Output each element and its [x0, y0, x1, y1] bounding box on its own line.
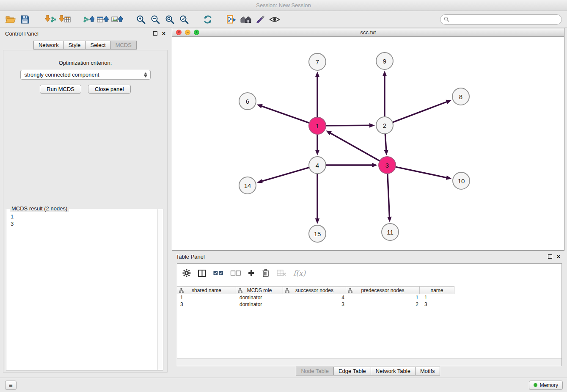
apply-layout-icon[interactable] — [224, 13, 239, 26]
cell-mcds-role[interactable]: dominator — [237, 295, 284, 301]
add-row-icon[interactable] — [248, 270, 255, 276]
tab-motifs[interactable]: Motifs — [415, 367, 440, 375]
tab-node-table[interactable]: Node Table — [296, 367, 334, 375]
table-row[interactable]: 1 dominator 4 1 1 — [177, 294, 561, 301]
criterion-dropdown[interactable]: strongly connected component — [20, 70, 151, 80]
memory-button[interactable]: Memory — [529, 381, 563, 390]
tab-edge-table[interactable]: Edge Table — [333, 367, 371, 375]
graph-edge-2-3[interactable] — [385, 134, 386, 150]
deselect-all-columns-icon[interactable] — [231, 271, 241, 276]
save-session-glyph — [20, 14, 30, 25]
delete-table-icon[interactable] — [277, 270, 286, 276]
graph-edge-3-10[interactable] — [396, 167, 446, 177]
table-panel-title: Table Panel — [176, 254, 548, 260]
graph-edge-1-6[interactable] — [262, 106, 309, 123]
cell-successor-nodes[interactable]: 3 — [284, 301, 347, 307]
control-panel-float-icon[interactable] — [153, 31, 157, 36]
memory-status-icon — [534, 383, 537, 387]
tab-network-table[interactable]: Network Table — [371, 367, 416, 375]
graph-edge-2-8[interactable] — [393, 102, 447, 122]
graph-node-label: 2 — [383, 122, 386, 129]
cell-shared-name[interactable]: 3 — [177, 301, 237, 307]
graph-node-label: 15 — [314, 230, 321, 237]
zoom-in-icon[interactable] — [134, 13, 148, 26]
fit-content-icon[interactable] — [162, 13, 177, 26]
cell-successor-nodes[interactable]: 4 — [284, 295, 347, 301]
run-mcds-button[interactable]: Run MCDS — [40, 85, 81, 94]
column-header-successor-nodes[interactable]: successor nodes — [283, 286, 346, 294]
style-brush-glyph — [255, 14, 265, 25]
tab-network[interactable]: Network — [33, 41, 64, 50]
zoom-out-icon[interactable] — [148, 13, 162, 26]
window-minimize-icon[interactable]: − — [185, 30, 190, 35]
mcds-buttons-row: Run MCDS Close panel — [3, 85, 167, 94]
table-panel: Table Panel × — [172, 252, 564, 376]
graph-edge-4-14[interactable] — [262, 168, 309, 181]
export-image-icon[interactable] — [110, 13, 124, 26]
settings-gear-icon[interactable] — [182, 269, 191, 277]
save-session-icon[interactable] — [18, 13, 32, 26]
show-hide-eye-icon[interactable] — [267, 13, 282, 26]
table-horizontal-scrollbar[interactable] — [177, 358, 561, 366]
export-table-glyph — [97, 14, 109, 25]
column-header-shared-name[interactable]: shared name — [177, 286, 236, 294]
import-network-icon[interactable] — [43, 13, 58, 26]
column-header-mcds-role[interactable]: MCDS role — [236, 286, 283, 294]
graph-edge-arrowhead — [387, 217, 391, 222]
column-header-label: successor nodes — [295, 287, 333, 293]
home-icon[interactable] — [239, 13, 253, 26]
export-network-glyph — [83, 14, 94, 25]
task-history-button[interactable]: ≡ — [5, 381, 17, 390]
column-header-predecessor-nodes[interactable]: predecessor nodes — [346, 286, 420, 294]
column-edit-icon — [179, 288, 184, 293]
control-panel: Control Panel × Network Style Select MCD… — [1, 29, 170, 375]
cell-mcds-role[interactable]: dominator — [237, 301, 284, 307]
tab-select[interactable]: Select — [85, 41, 111, 50]
graph-node-label: 10 — [458, 177, 465, 185]
graph-node-label: 4 — [316, 162, 319, 169]
refresh-icon[interactable] — [201, 13, 215, 26]
graph-node-label: 6 — [246, 98, 249, 105]
cell-shared-name[interactable]: 1 — [177, 295, 237, 301]
export-network-icon[interactable] — [81, 13, 96, 26]
cell-predecessor-nodes[interactable]: 2 — [347, 301, 421, 307]
graph-edge-3-11[interactable] — [388, 174, 389, 217]
select-all-columns-icon[interactable] — [213, 271, 223, 276]
graph-edge-3-1[interactable] — [330, 133, 379, 161]
search-box[interactable] — [440, 14, 562, 25]
column-selector-icon[interactable] — [198, 270, 206, 277]
control-panel-close-icon[interactable]: × — [162, 30, 165, 36]
search-icon — [444, 17, 449, 22]
tab-style[interactable]: Style — [63, 41, 86, 50]
window-close-icon[interactable]: × — [176, 30, 182, 35]
close-panel-button[interactable]: Close panel — [88, 85, 131, 94]
style-brush-icon[interactable] — [253, 13, 267, 26]
list-icon: ≡ — [9, 381, 13, 389]
import-table-icon[interactable] — [58, 13, 72, 26]
graph-edge-arrowhead — [326, 130, 332, 135]
open-session-icon[interactable] — [3, 13, 18, 26]
table-panel-close-icon[interactable]: × — [557, 254, 560, 259]
export-table-icon[interactable] — [96, 13, 110, 26]
status-bar: ≡ Memory — [0, 378, 567, 392]
zoom-selected-icon[interactable] — [177, 13, 191, 26]
delete-row-trash-icon[interactable] — [262, 269, 270, 277]
function-builder-icon[interactable]: f(x) — [293, 269, 306, 277]
mcds-result-scrollbar[interactable] — [157, 209, 163, 370]
window-zoom-icon[interactable]: + — [194, 30, 199, 35]
cell-name[interactable]: 1 — [421, 295, 457, 301]
cell-name[interactable]: 3 — [421, 301, 457, 307]
graph-edge-arrowhead — [446, 100, 451, 104]
network-canvas[interactable]: 7968124314101511 — [172, 37, 564, 250]
gear-glyph — [182, 269, 191, 277]
column-header-name[interactable]: name — [419, 286, 454, 294]
graph-node-label: 9 — [383, 58, 386, 65]
cell-predecessor-nodes[interactable]: 1 — [347, 295, 421, 301]
table-panel-float-icon[interactable] — [548, 254, 552, 259]
tab-mcds[interactable]: MCDS — [110, 41, 137, 50]
search-input[interactable] — [451, 15, 561, 24]
table-row[interactable]: 3 dominator 3 2 3 — [177, 301, 561, 308]
control-panel-title: Control Panel — [5, 30, 153, 37]
graph-edge-1-2[interactable] — [326, 125, 369, 126]
column-selector-glyph — [198, 270, 206, 277]
